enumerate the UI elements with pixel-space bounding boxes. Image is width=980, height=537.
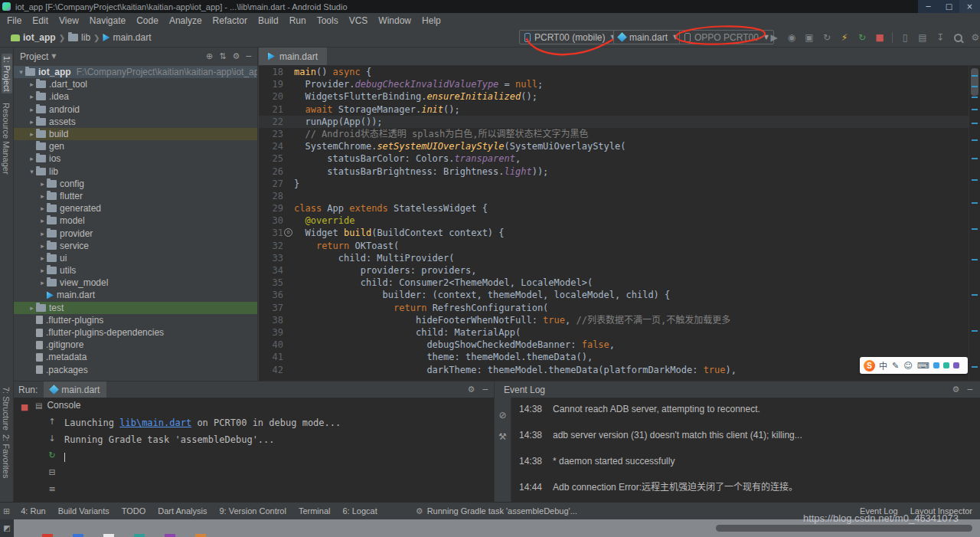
project-view-selector[interactable]: Project bbox=[20, 51, 48, 62]
sogou-ime-bar[interactable]: S 中✎☺⌨ bbox=[860, 357, 968, 374]
scrollbar-thumb[interactable] bbox=[971, 68, 978, 96]
run-configuration-dropdown[interactable]: main.dart ▼ bbox=[613, 30, 683, 44]
event-log-entries[interactable]: 14:38Cannot reach ADB server, attempting… bbox=[519, 402, 975, 506]
event-log-entry[interactable]: 14:44Adb connection Error:远程主机强迫关闭了一个现有的… bbox=[519, 480, 975, 494]
locate-icon[interactable]: ⊕ bbox=[206, 51, 213, 61]
device-manager-icon[interactable]: ▯ bbox=[900, 32, 910, 43]
menu-edit[interactable]: Edit bbox=[27, 15, 54, 26]
breadcrumb-iot-app[interactable]: iot_app bbox=[11, 32, 56, 43]
tree-item-utils[interactable]: ▸utils bbox=[14, 264, 257, 277]
chevron-collapsed-icon[interactable]: ▸ bbox=[28, 106, 36, 113]
code-editor[interactable]: 18main() async {19 Provider.debugCheckIn… bbox=[259, 66, 969, 381]
chevron-collapsed-icon[interactable]: ▸ bbox=[28, 93, 36, 100]
menu-view[interactable]: View bbox=[54, 15, 84, 26]
ime-tool-icon[interactable] bbox=[953, 362, 959, 368]
tree-item-gitignore[interactable]: .gitignore bbox=[14, 339, 257, 351]
tree-item-flutter-plugins-dependencies[interactable]: .flutter-plugins-dependencies bbox=[14, 326, 257, 339]
tree-item-config[interactable]: ▸config bbox=[14, 178, 257, 190]
rerun-icon[interactable]: ↻ bbox=[48, 450, 55, 460]
tree-item-provider[interactable]: ▸provider bbox=[14, 227, 257, 239]
softwrap-icon[interactable]: ⊟ bbox=[48, 467, 55, 477]
stop-icon[interactable]: ■ bbox=[21, 402, 28, 412]
chevron-expanded-icon[interactable]: ▾ bbox=[17, 68, 25, 76]
tree-item-iot-app[interactable]: ▾iot_appF:\CompanyProject\kaitian\kaitia… bbox=[14, 66, 257, 78]
settings-wrench-icon[interactable]: ⚒ bbox=[498, 431, 507, 442]
chevron-collapsed-icon[interactable]: ▸ bbox=[38, 180, 47, 188]
chevron-collapsed-icon[interactable]: ▸ bbox=[28, 130, 36, 138]
tree-item-metadata[interactable]: .metadata bbox=[14, 351, 257, 363]
tree-item-test[interactable]: ▸test bbox=[14, 302, 257, 314]
sogou-logo-icon[interactable]: S bbox=[864, 360, 875, 372]
toolwindow-toggle-icon[interactable]: ⊞ bbox=[3, 506, 10, 516]
chevron-collapsed-icon[interactable]: ▸ bbox=[38, 192, 47, 200]
tree-item-lib[interactable]: ▾lib bbox=[14, 165, 257, 178]
chevron-collapsed-icon[interactable]: ▸ bbox=[38, 230, 47, 237]
menu-file[interactable]: File bbox=[2, 15, 27, 26]
tree-item-packages[interactable]: .packages bbox=[14, 364, 257, 376]
console-tab[interactable]: Console bbox=[47, 400, 80, 411]
hide-icon[interactable]: ─ bbox=[967, 385, 972, 395]
run-console-output[interactable]: Launching lib\main.dart on PCRT00 in deb… bbox=[64, 414, 491, 500]
chevron-collapsed-icon[interactable]: ▸ bbox=[28, 304, 36, 312]
event-log-entry[interactable]: 14:38adb server version (31) doesn't mat… bbox=[519, 428, 975, 442]
hot-reload-icon[interactable]: ⚡ bbox=[839, 32, 850, 43]
hide-icon[interactable]: ─ bbox=[482, 385, 488, 395]
up-icon[interactable]: ↑ bbox=[48, 417, 55, 427]
stripe-tab-7-structure[interactable]: 7: Structure bbox=[2, 387, 11, 431]
statusbar-dart-analysis[interactable]: Dart Analysis bbox=[158, 506, 207, 516]
chevron-collapsed-icon[interactable]: ▸ bbox=[38, 242, 47, 250]
down-icon[interactable]: ↓ bbox=[48, 434, 55, 444]
profiler-icon[interactable]: ↻ bbox=[822, 32, 832, 43]
menu-analyze[interactable]: Analyze bbox=[164, 15, 207, 26]
minimize-button[interactable]: ─ bbox=[918, 0, 939, 13]
stripe-tab-2-favorites[interactable]: 2: Favorites bbox=[2, 434, 11, 478]
tree-item-model[interactable]: ▸model bbox=[14, 214, 257, 227]
statusbar-9-version-control[interactable]: 9: Version Control bbox=[219, 506, 286, 516]
tree-item-assets[interactable]: ▸assets bbox=[14, 116, 257, 128]
adb-target-dropdown[interactable]: OPPO PCRT00 ▼ bbox=[679, 30, 774, 44]
ime-item-[interactable]: ✎ bbox=[892, 361, 899, 371]
statusbar-4-run[interactable]: 4: Run bbox=[21, 506, 45, 516]
statusbar-terminal[interactable]: Terminal bbox=[299, 506, 331, 516]
expand-collapse-icon[interactable]: ⇅ bbox=[219, 51, 226, 61]
sdk-manager-icon[interactable]: ↧ bbox=[935, 32, 946, 43]
chevron-collapsed-icon[interactable]: ▸ bbox=[28, 118, 36, 126]
hide-icon[interactable]: ─ bbox=[246, 51, 251, 61]
tab-main-dart[interactable]: main.dart bbox=[259, 47, 327, 65]
close-button[interactable]: × bbox=[959, 0, 980, 13]
tree-item-service[interactable]: ▸service bbox=[14, 240, 257, 252]
clear-all-icon[interactable]: ⊘ bbox=[498, 410, 506, 421]
tree-item-android[interactable]: ▸android bbox=[14, 103, 257, 116]
menu-window[interactable]: Window bbox=[373, 15, 416, 26]
tree-item-idea[interactable]: ▸.idea bbox=[14, 90, 257, 103]
taskbar-app-icon[interactable]: ◩ bbox=[0, 519, 14, 537]
run-icon[interactable]: ▶ bbox=[769, 32, 779, 43]
tree-item-view-model[interactable]: ▸view_model bbox=[14, 277, 257, 289]
settings-gear-icon[interactable]: ⚙ bbox=[468, 385, 475, 395]
debug-icon[interactable]: ◉ bbox=[786, 32, 797, 43]
tree-item-build[interactable]: ▸build bbox=[14, 128, 257, 140]
menu-tools[interactable]: Tools bbox=[312, 15, 344, 26]
menu-refactor[interactable]: Refactor bbox=[207, 15, 253, 26]
device-selector-dropdown[interactable]: PCRT00 (mobile) ▼ bbox=[519, 30, 621, 44]
ime-item-[interactable]: ☺ bbox=[903, 361, 912, 371]
tree-item-gen[interactable]: gen bbox=[14, 140, 257, 152]
ime-item-[interactable]: 中 bbox=[879, 359, 887, 372]
breadcrumb-lib[interactable]: lib bbox=[68, 32, 90, 43]
ime-tool-icon[interactable] bbox=[933, 362, 939, 368]
chevron-collapsed-icon[interactable]: ▸ bbox=[38, 205, 47, 212]
menu-build[interactable]: Build bbox=[253, 15, 284, 26]
statusbar-6-logcat[interactable]: 6: Logcat bbox=[343, 506, 377, 516]
editor-scrollbar[interactable] bbox=[969, 66, 980, 381]
maximize-button[interactable]: □ bbox=[939, 0, 959, 13]
hot-restart-icon[interactable]: ↻ bbox=[857, 32, 867, 43]
menu-navigate[interactable]: Navigate bbox=[84, 15, 131, 26]
settings-gear-icon[interactable]: ⚙ bbox=[970, 32, 980, 43]
ime-tool-icon[interactable] bbox=[943, 362, 949, 368]
menu-help[interactable]: Help bbox=[416, 15, 446, 26]
tree-item-ios[interactable]: ▸ios bbox=[14, 152, 257, 165]
chevron-collapsed-icon[interactable]: ▸ bbox=[28, 80, 36, 88]
menu-run[interactable]: Run bbox=[284, 15, 312, 26]
statusbar-build-variants[interactable]: Build Variants bbox=[58, 506, 109, 516]
layout-inspector-icon[interactable]: ▤ bbox=[917, 32, 928, 43]
